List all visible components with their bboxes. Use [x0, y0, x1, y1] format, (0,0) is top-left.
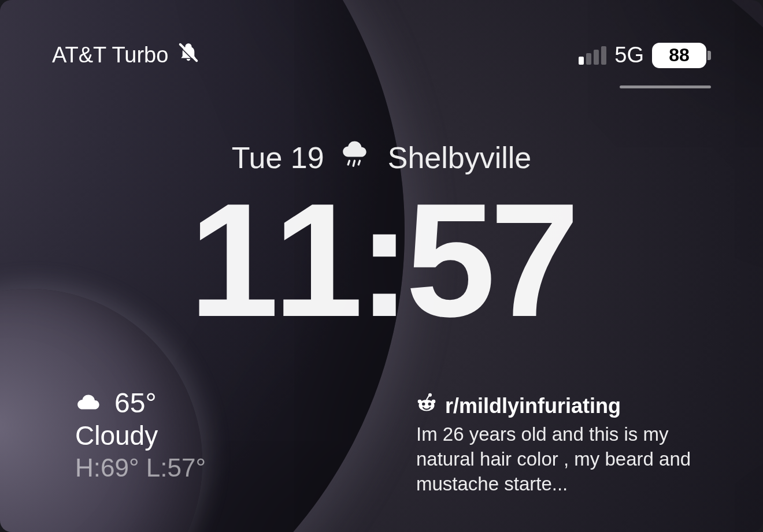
reddit-post-text: Im 26 years old and this is my natural h… [416, 422, 705, 497]
weather-high-low-label: H:69° L:57° [75, 453, 206, 482]
network-type-label: 5G [614, 43, 644, 68]
svg-point-8 [428, 403, 431, 405]
signal-strength-icon [579, 46, 606, 65]
clock-time[interactable]: 11:57 [189, 179, 574, 341]
battery-tip-icon [708, 51, 711, 60]
hotspot-indicator [620, 85, 711, 88]
cloud-icon [75, 387, 104, 419]
svg-point-12 [428, 393, 432, 397]
reddit-icon [416, 393, 437, 419]
svg-line-2 [348, 161, 349, 165]
weather-widget[interactable]: 65° Cloudy H:69° L:57° [75, 387, 206, 482]
svg-line-4 [358, 161, 360, 165]
bell-slash-icon [177, 42, 199, 69]
svg-point-9 [418, 400, 422, 404]
reddit-header: r/mildlyinfuriating [416, 393, 705, 419]
battery-percent: 88 [652, 43, 706, 68]
subreddit-label: r/mildlyinfuriating [445, 394, 621, 418]
status-left: AT&T Turbo [52, 42, 199, 69]
battery-indicator: 88 [652, 43, 711, 68]
status-right: 5G 88 [579, 43, 711, 68]
carrier-label: AT&T Turbo [52, 43, 168, 68]
reddit-widget[interactable]: r/mildlyinfuriating Im 26 years old and … [416, 393, 705, 497]
status-bar: AT&T Turbo 5G 88 [0, 42, 763, 69]
svg-point-10 [432, 400, 436, 404]
svg-line-3 [353, 161, 354, 166]
temperature-label: 65° [114, 387, 157, 419]
weather-condition-label: Cloudy [75, 420, 206, 451]
weather-temp-row: 65° [75, 387, 206, 419]
svg-point-7 [422, 403, 425, 405]
